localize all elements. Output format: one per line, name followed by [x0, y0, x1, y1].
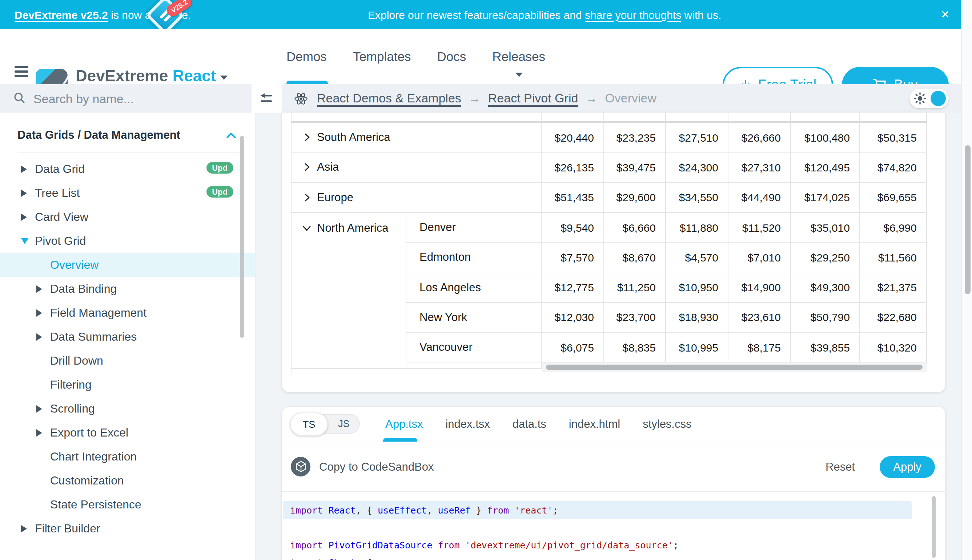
- sidebar-item-customization[interactable]: Customization: [0, 468, 255, 492]
- copy-to-codesandbox-button[interactable]: Copy to CodeSandBox: [319, 460, 434, 473]
- pivot-rowheader-cell[interactable]: Vancouver: [407, 333, 542, 363]
- pivot-rowheader-cell[interactable]: New York: [407, 303, 542, 333]
- theme-toggle[interactable]: [910, 88, 949, 108]
- code-tab-row: TS JS App.tsxindex.tsxdata.tsindex.htmls…: [282, 407, 945, 442]
- updated-badge: Upd: [206, 162, 233, 173]
- sidebar-item-pivot-grid[interactable]: Pivot Grid: [0, 229, 255, 253]
- share-thoughts-link[interactable]: share your thoughts: [585, 8, 681, 21]
- framework-chevron-down-icon[interactable]: [220, 75, 228, 80]
- nav-item-templates[interactable]: Templates: [353, 49, 411, 64]
- sidebar-item-overview[interactable]: Overview: [0, 253, 255, 277]
- tab-index-tsx[interactable]: index.tsx: [445, 418, 490, 431]
- expand-icon[interactable]: [303, 133, 311, 142]
- sidebar-item-state-persistence[interactable]: State Persistence: [0, 492, 255, 517]
- expand-icon[interactable]: [303, 193, 311, 202]
- horizontal-scrollbar[interactable]: [542, 363, 927, 372]
- sidebar-item-export-to-excel[interactable]: Export to Excel: [0, 420, 255, 445]
- collapse-icon[interactable]: [303, 223, 311, 232]
- row-label: Europe: [317, 191, 353, 204]
- sidebar-item-data-grid[interactable]: Data GridUpd: [0, 157, 255, 181]
- chevron-down-icon: [515, 72, 522, 77]
- banner-close-icon[interactable]: ✕: [935, 0, 955, 29]
- pivot-value-cell: $44,490: [728, 183, 791, 213]
- horizontal-scrollbar-thumb[interactable]: [546, 365, 923, 370]
- pivot-value-cell: $26,135: [542, 153, 604, 183]
- pivot-value-cell: $69,655: [860, 183, 927, 213]
- pivot-rowheader-cell[interactable]: North America: [291, 213, 407, 363]
- pivot-value-cell: $23,610: [728, 303, 791, 333]
- pivot-value-cell: $8,835: [604, 333, 666, 363]
- codesandbox-icon[interactable]: [291, 457, 310, 477]
- sidebar-item-label: Export to Excel: [50, 426, 128, 439]
- sidebar-item-data-summaries[interactable]: Data Summaries: [0, 325, 255, 348]
- chevron-collapsed-icon: [36, 429, 43, 436]
- sidebar-item-scrolling[interactable]: Scrolling: [0, 397, 255, 420]
- apply-button[interactable]: Apply: [880, 456, 935, 478]
- language-toggle[interactable]: TS JS: [291, 414, 360, 433]
- pivot-value-cell: $11,520: [728, 213, 791, 243]
- pivot-rowheader-cell[interactable]: Asia: [291, 153, 542, 183]
- sun-icon: [914, 92, 926, 105]
- framework-selector[interactable]: React: [173, 67, 216, 85]
- sidebar-section-data-visualization[interactable]: Data Visualization: [0, 550, 255, 560]
- tab-styles-css[interactable]: styles.css: [642, 418, 691, 431]
- hamburger-menu-icon[interactable]: [15, 66, 29, 77]
- updated-badge: Upd: [206, 186, 233, 198]
- active-tab-underline: [383, 438, 417, 442]
- sidebar-item-drill-down[interactable]: Drill Down: [0, 348, 255, 373]
- breadcrumb-item-react-demos-examples[interactable]: React Demos & Examples: [317, 91, 461, 106]
- pivot-value-cell: $29,250: [791, 243, 860, 273]
- language-toggle-js[interactable]: JS: [328, 415, 360, 433]
- sidebar-item-filter-builder[interactable]: Filter Builder: [0, 517, 255, 540]
- tab-app-tsx[interactable]: App.tsx: [385, 418, 423, 431]
- page-scrollbar-thumb[interactable]: [964, 145, 970, 294]
- pivot-rowheader-cell[interactable]: Europe: [291, 183, 542, 213]
- sidebar-section-data-grids[interactable]: Data Grids / Data Management: [0, 113, 255, 146]
- reset-button[interactable]: Reset: [825, 460, 855, 473]
- search-input[interactable]: [32, 87, 246, 111]
- theme-toggle-knob[interactable]: [930, 91, 946, 106]
- pivot-rowheader-cell[interactable]: Edmonton: [407, 243, 542, 273]
- pivot-rowheader-cell[interactable]: Denver: [407, 213, 542, 243]
- pivot-value-cell: $24,300: [666, 153, 728, 183]
- language-toggle-ts[interactable]: TS: [290, 413, 328, 436]
- code-editor: import React, { useEffect, useRef } from…: [282, 492, 945, 560]
- tab-data-ts[interactable]: data.ts: [512, 418, 546, 431]
- pivot-group-rows: Denver$9,540$6,660$11,880$11,520$35,010$…: [407, 213, 927, 363]
- sidebar-item-field-management[interactable]: Field Management: [0, 301, 255, 325]
- pivot-rowheader-cell[interactable]: South America: [291, 123, 542, 153]
- pivot-value-cell: [666, 113, 728, 121]
- page: DevExtreme v25.2 is now available. V25.2…: [0, 0, 972, 560]
- page-scrollbar[interactable]: [961, 0, 972, 560]
- nav-item-releases[interactable]: Releases: [492, 49, 545, 64]
- pivot-value-cell: $39,855: [791, 333, 860, 363]
- pivot-value-cell: $6,990: [860, 213, 927, 243]
- nav-item-demos[interactable]: Demos: [286, 49, 327, 64]
- sidebar-item-label: Filter Builder: [35, 522, 100, 535]
- sidebar-item-chart-integration[interactable]: Chart Integration: [0, 445, 255, 468]
- collapse-sidebar-icon[interactable]: [259, 92, 273, 105]
- sidebar-item-data-binding[interactable]: Data Binding: [0, 277, 255, 301]
- nav-item-docs[interactable]: Docs: [437, 49, 466, 64]
- pivot-value-cell: $10,320: [860, 333, 927, 363]
- pivot-rowheader-cell[interactable]: [291, 113, 542, 121]
- pivot-value-cell: $21,375: [860, 273, 927, 303]
- code-scrollbar-thumb[interactable]: [932, 496, 936, 558]
- sidebar-item-filtering[interactable]: Filtering: [0, 373, 255, 397]
- sidebar-item-label: Chart Integration: [50, 450, 137, 463]
- tab-index-html[interactable]: index.html: [569, 418, 620, 431]
- pivot-value-cell: [604, 113, 666, 121]
- banner-version-link[interactable]: DevExtreme v25.2: [15, 8, 108, 21]
- sidebar-scrollbar-thumb[interactable]: [240, 136, 244, 338]
- expand-icon[interactable]: [303, 163, 311, 172]
- brand-name: DevExtreme: [75, 67, 168, 85]
- breadcrumb-item-react-pivot-grid[interactable]: React Pivot Grid: [488, 91, 578, 106]
- pivot-value-cell: $34,550: [666, 183, 728, 213]
- pivot-rowheader-cell[interactable]: Los Angeles: [407, 273, 542, 303]
- code-toolbar: Copy to CodeSandBox Reset Apply: [282, 442, 945, 491]
- pivot-value-cell: $9,540: [542, 213, 604, 243]
- pivot-row-edmonton: Edmonton$7,570$8,670$4,570$7,010$29,250$…: [407, 243, 927, 273]
- sidebar-item-tree-list[interactable]: Tree ListUpd: [0, 181, 255, 205]
- sidebar-item-card-view[interactable]: Card View: [0, 205, 255, 229]
- pivot-value-cell: $174,025: [791, 183, 860, 213]
